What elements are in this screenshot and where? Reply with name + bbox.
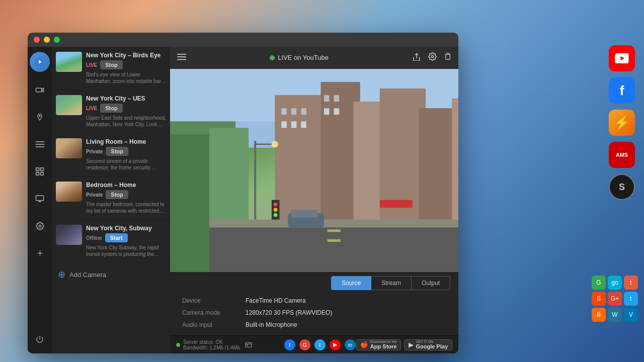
stop-button-nyc-birds[interactable]: Stop — [100, 60, 122, 69]
video-preview — [170, 69, 458, 272]
detail-row-audio-input: Audio input Built-in Microphone — [182, 321, 446, 328]
app-footer: Server status: OK Bandwidth: 1.2Mb /1.4M… — [170, 335, 458, 353]
live-status-text: LIVE on YouTube — [278, 54, 329, 61]
go-icon[interactable]: go — [608, 276, 622, 290]
camera-thumb-bedroom — [56, 182, 82, 202]
svg-rect-40 — [301, 121, 306, 128]
camera-item-nyc-birds[interactable]: New York City – Birds Eye LIVE Stop Bird… — [52, 47, 170, 90]
camera-mode-label: Camera mode — [182, 309, 237, 316]
status-badge-living: Private — [86, 149, 103, 154]
sidebar-item-list[interactable] — [31, 135, 49, 153]
wordpress-icon[interactable]: W — [608, 308, 622, 322]
svg-rect-38 — [281, 121, 286, 128]
camera-thumb-nyc-ues — [56, 95, 82, 115]
camera-name-nyc-birds: New York City – Birds Eye — [86, 52, 166, 59]
google-drive-icon[interactable]: G — [592, 276, 606, 290]
main-content: LIVE on YouTube — [170, 47, 458, 353]
camera-info-nyc-subway: New York City, Subway Offline Start New … — [86, 225, 166, 257]
tab-output[interactable]: Output — [412, 276, 450, 290]
camera-desc-bedroom: The master bedroom, connected to my list… — [86, 201, 166, 214]
sidebar-item-location[interactable] — [31, 108, 49, 126]
bottom-panel: Source Stream Output Device FaceTime HD … — [170, 272, 458, 335]
close-button[interactable] — [34, 37, 40, 43]
top-bar: LIVE on YouTube — [170, 47, 458, 69]
social-twitter[interactable]: t — [314, 339, 326, 350]
server-status-dot — [176, 343, 180, 347]
ams-desktop-icon[interactable]: AMS — [609, 142, 635, 168]
sidebar-item-addons[interactable] — [31, 244, 49, 262]
social-facebook[interactable]: f — [284, 339, 295, 350]
camera-desc-living: Secured stream of a private residence, t… — [86, 158, 166, 171]
social-youtube[interactable]: ▶ — [330, 339, 341, 350]
start-button-subway[interactable]: Start — [105, 233, 128, 242]
tab-source[interactable]: Source — [331, 276, 371, 290]
youtube-desktop-icon[interactable] — [609, 45, 635, 71]
sketch-icon[interactable]: S — [592, 292, 606, 306]
desktop-app-icons: f ⚡ AMS S — [609, 45, 635, 200]
sidebar-item-home[interactable] — [30, 52, 50, 72]
title-bar — [28, 33, 458, 47]
svg-point-57 — [274, 213, 278, 217]
minimize-button[interactable] — [44, 37, 50, 43]
twitter-small-icon[interactable]: t — [624, 292, 638, 306]
maximize-button[interactable] — [54, 37, 60, 43]
tab-row: Source Stream Output — [170, 272, 458, 290]
svg-rect-8 — [36, 168, 39, 171]
settings-button[interactable] — [428, 52, 437, 63]
add-camera-button[interactable]: ⊕ Add Camera — [52, 263, 170, 286]
svg-point-55 — [274, 203, 278, 207]
tab-stream[interactable]: Stream — [371, 276, 412, 290]
tumblr-icon[interactable]: t — [624, 276, 638, 290]
stop-button-bedroom[interactable]: Stop — [106, 190, 128, 199]
camera-item-bedroom[interactable]: Bedroom – Home Private Stop The master b… — [52, 176, 170, 220]
camera-item-nyc-subway[interactable]: New York City, Subway Offline Start New … — [52, 220, 170, 263]
svg-rect-48 — [209, 220, 458, 228]
svg-rect-9 — [41, 168, 44, 171]
camera-status-row-nyc-ues: LIVE Stop — [86, 104, 166, 113]
stop-button-nyc-ues[interactable]: Stop — [100, 104, 122, 113]
sidebar-item-cameras[interactable] — [31, 81, 49, 99]
camera-info-bedroom: Bedroom – Home Private Stop The master b… — [86, 182, 166, 214]
app-store-badge[interactable]: 🍎 Download on the App Store — [356, 339, 401, 350]
add-camera-label: Add Camera — [69, 271, 106, 279]
share-button[interactable] — [412, 52, 421, 63]
camera-list: New York City – Birds Eye LIVE Stop Bird… — [52, 47, 170, 353]
camera-item-nyc-ues[interactable]: New York City – UES LIVE Stop Upper East… — [52, 90, 170, 133]
sidebar — [28, 47, 52, 353]
status-badge-bedroom: Private — [86, 192, 103, 198]
menu-icon[interactable] — [177, 53, 186, 62]
svg-rect-45 — [209, 226, 458, 272]
s5-desktop-icon[interactable]: S — [609, 174, 635, 200]
zapier-desktop-icon[interactable]: ⚡ — [609, 110, 635, 136]
camera-item-living-room[interactable]: Living Room – Home Private Stop Secured … — [52, 133, 170, 176]
delete-button[interactable] — [444, 52, 451, 63]
svg-rect-11 — [41, 172, 44, 175]
server-status: Server status: OK Bandwidth: 1.2Mb /1.4M… — [176, 339, 284, 350]
detail-row-device: Device FaceTime HD Camera — [182, 297, 446, 304]
gplus-icon[interactable]: G+ — [608, 292, 622, 306]
facebook-desktop-icon[interactable]: f — [609, 77, 635, 104]
app-window: New York City – Birds Eye LIVE Stop Bird… — [28, 33, 458, 353]
status-badge-nyc-ues: LIVE — [86, 106, 97, 111]
audio-input-value: Built-in Microphone — [246, 321, 297, 328]
svg-rect-46 — [328, 229, 341, 232]
svg-rect-36 — [291, 108, 296, 115]
blogger-icon[interactable]: B — [592, 308, 606, 322]
svg-rect-12 — [36, 196, 44, 201]
camera-status-row-nyc-birds: LIVE Stop — [86, 60, 166, 69]
vimeo-icon[interactable]: V — [624, 308, 638, 322]
social-google[interactable]: G — [299, 339, 310, 350]
camera-status-row-living: Private Stop — [86, 147, 166, 156]
stop-button-living[interactable]: Stop — [106, 147, 128, 156]
social-linkedin[interactable]: in — [345, 339, 356, 350]
google-play-badge[interactable]: ▶ GET IT ON Google Play — [404, 339, 452, 350]
svg-point-15 — [39, 225, 41, 227]
sidebar-item-settings[interactable] — [31, 217, 49, 235]
live-dot — [270, 55, 275, 60]
status-badge-subway: Offline — [86, 235, 102, 241]
sidebar-item-grid[interactable] — [31, 162, 49, 180]
sidebar-item-power[interactable] — [31, 330, 49, 348]
svg-rect-41 — [324, 95, 329, 102]
camera-mode-value: 644x362 30 FPS (RAWVIDEO) — [246, 309, 332, 316]
sidebar-item-broadcast[interactable] — [31, 190, 49, 208]
